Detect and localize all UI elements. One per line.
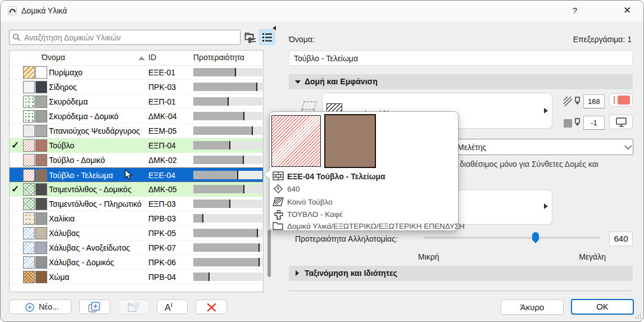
fill-swatch bbox=[23, 66, 35, 79]
fill-swatch bbox=[23, 139, 35, 152]
cut-fill-background-pen-value[interactable]: -1 bbox=[583, 116, 605, 130]
folder-plus-icon bbox=[128, 302, 140, 313]
new-material-button[interactable]: Νέο... bbox=[9, 300, 71, 314]
priority-max-label: Μεγάλη bbox=[574, 252, 606, 261]
material-row[interactable]: Τούβλο - ΔομικόΔΜΚ-02 bbox=[10, 153, 263, 167]
material-row[interactable]: ✓ΤούβλοΕΞΠ-04 bbox=[10, 138, 263, 153]
rename-material-button[interactable]: AI bbox=[157, 300, 188, 314]
column-header-priority[interactable]: Προτεραιότητα bbox=[193, 53, 244, 62]
ok-button[interactable]: OK bbox=[571, 299, 634, 315]
dialog-title: Δομικά Υλικά bbox=[21, 6, 67, 15]
building-materials-dialog: Δομικά Υλικά ? ✕ Αναζήτηση Δομικών Υλικώ… bbox=[0, 0, 644, 322]
new-folder-button[interactable] bbox=[119, 300, 149, 314]
priority-slider-handle[interactable] bbox=[532, 232, 539, 243]
pen-number: 168 bbox=[588, 97, 600, 106]
material-name: Τούβλο - Δομικό bbox=[49, 156, 105, 165]
material-row[interactable]: Τιτανιούχος ΨευδάργυροςΕΞΜ-05 bbox=[10, 124, 263, 138]
material-row[interactable]: Τούβλο - ΤελείωμαΕΞΕ-04 bbox=[10, 167, 263, 182]
material-id: ΠΡΚ-05 bbox=[148, 229, 176, 238]
section-expanded-icon bbox=[295, 80, 301, 84]
editable-count-label: Επεξεργάσιμα: 1 bbox=[542, 35, 632, 44]
material-row[interactable]: ΣίδηροςΠΡΚ-03 bbox=[10, 80, 263, 94]
material-row[interactable]: ΧάλυβαςΠΡΚ-05 bbox=[10, 226, 263, 241]
material-row[interactable]: ΣκυρόδεμαΕΞΠ-01 bbox=[10, 94, 263, 109]
paintbrush-icon bbox=[274, 210, 284, 220]
fill-swatch bbox=[23, 169, 35, 182]
priority-bar bbox=[193, 199, 262, 208]
availability-note: διαθέσιμος μόνο για Σύνθετες Δομές και bbox=[460, 160, 598, 169]
pen-number: -1 bbox=[591, 119, 597, 127]
tooltip-fill-name: Κοινό Τούβλο bbox=[287, 198, 333, 206]
cut-fill-background-pen-icon bbox=[563, 117, 582, 130]
column-header-id[interactable]: ID bbox=[148, 53, 156, 62]
search-icon bbox=[12, 33, 21, 42]
cut-fill-pen-icon bbox=[563, 96, 582, 108]
material-row[interactable]: Χάλυβας - ΔομικόςΠΡΚ-06 bbox=[10, 255, 263, 270]
resize-grip[interactable] bbox=[634, 312, 642, 320]
priority-bar bbox=[193, 112, 262, 120]
duplicate-material-button[interactable] bbox=[79, 300, 110, 314]
material-row[interactable]: ✓Τσιμεντόλιθος - ΔομικόςΔΜΚ-05 bbox=[10, 182, 263, 197]
priority-bar bbox=[193, 171, 262, 179]
surface-swatch bbox=[35, 81, 47, 93]
material-row[interactable]: ΧαλίκιαΠΡΒ-03 bbox=[10, 211, 263, 226]
folder-icon bbox=[273, 221, 283, 230]
section-classification-properties[interactable]: Ταξινόμηση και Ιδιότητες bbox=[289, 266, 633, 281]
priority-slider-track[interactable] bbox=[424, 237, 600, 239]
fill-swatch bbox=[23, 242, 35, 254]
plus-circle-icon bbox=[25, 303, 34, 312]
cancel-button[interactable]: Άκυρο bbox=[501, 300, 564, 315]
checkmark-icon: ✓ bbox=[11, 183, 21, 195]
priority-bar bbox=[193, 258, 262, 266]
material-name-value: Τούβλο - Τελείωμα bbox=[294, 54, 358, 63]
delete-x-icon bbox=[207, 303, 216, 312]
tree-view-icon bbox=[244, 31, 256, 43]
priority-bar bbox=[193, 156, 262, 164]
screen-only-button[interactable] bbox=[609, 115, 633, 129]
section-classification-title: Ταξινόμηση και Ιδιότητες bbox=[305, 269, 397, 278]
material-id: ΕΞΠ-03 bbox=[148, 199, 176, 208]
material-name: Χάλυβας - Ανοξείδωτος bbox=[49, 243, 130, 252]
material-row[interactable]: Τσιμεντόλιθος - ΠληρωτικόΕΞΠ-03 bbox=[10, 197, 263, 211]
surface-swatch bbox=[35, 110, 47, 123]
pen-line-preview bbox=[614, 96, 615, 104]
cut-fill-pen-color-button[interactable] bbox=[609, 93, 633, 107]
surface-swatch bbox=[35, 66, 47, 79]
fill-swatch bbox=[23, 125, 35, 137]
fill-swatch bbox=[23, 227, 35, 239]
priority-value-field[interactable]: 640 bbox=[609, 232, 633, 246]
section-structure-appearance[interactable]: Δομή και Εμφάνιση bbox=[289, 74, 633, 89]
material-row[interactable]: Χάλυβας - ΑνοξείδωτοςΠΡΚ-07 bbox=[10, 241, 263, 255]
priority-min-label: Μικρή bbox=[418, 252, 439, 261]
name-label: Όνομα: bbox=[289, 35, 315, 44]
surface-swatch bbox=[35, 198, 47, 210]
material-name: Τσιμεντόλιθος - Πληρωτικό bbox=[49, 199, 142, 208]
tree-view-button[interactable] bbox=[243, 30, 258, 45]
pen-color-swatch bbox=[618, 96, 630, 105]
cut-fill-pen-value[interactable]: 168 bbox=[583, 94, 605, 108]
material-row[interactable]: Σκυρόδεμα - ΔομικόΔΜΚ-04 bbox=[10, 109, 263, 124]
material-name: Σίδηρος bbox=[49, 83, 77, 92]
material-name-input[interactable]: Τούβλο - Τελείωμα bbox=[289, 51, 633, 66]
delete-material-button[interactable] bbox=[196, 300, 227, 314]
table-scrollbar-thumb[interactable] bbox=[267, 230, 271, 277]
material-name: Τούβλο - Τελείωμα bbox=[49, 171, 113, 180]
fill-swatch bbox=[23, 271, 35, 283]
mouse-cursor bbox=[125, 169, 133, 180]
material-row[interactable]: ΠυρίμαχοΕΞΕ-01 bbox=[10, 65, 263, 80]
close-button[interactable]: ✕ bbox=[617, 3, 637, 19]
material-name: Πυρίμαχο bbox=[49, 68, 83, 77]
collapse-panel-arrow[interactable] bbox=[273, 26, 276, 30]
help-button[interactable]: ? bbox=[565, 3, 585, 19]
footer-divider bbox=[289, 291, 633, 291]
fill-swatch bbox=[23, 110, 35, 123]
priority-value: 640 bbox=[614, 234, 628, 243]
column-header-name[interactable]: Όνομα bbox=[42, 53, 65, 62]
table-header[interactable]: Όνομα ID Προτεραιότητα bbox=[10, 51, 263, 66]
priority-bar bbox=[193, 185, 262, 193]
material-id: ΕΞΠ-01 bbox=[148, 97, 176, 106]
list-view-button[interactable] bbox=[259, 29, 275, 45]
material-tooltip: ΕΞΕ-04 Τούβλο - Τελείωμα 640 Κοινό Τούβλ… bbox=[269, 111, 459, 231]
material-row[interactable]: ΧώμαΠΡΒ-04 bbox=[10, 270, 263, 284]
priority-diamond-icon bbox=[274, 184, 283, 193]
